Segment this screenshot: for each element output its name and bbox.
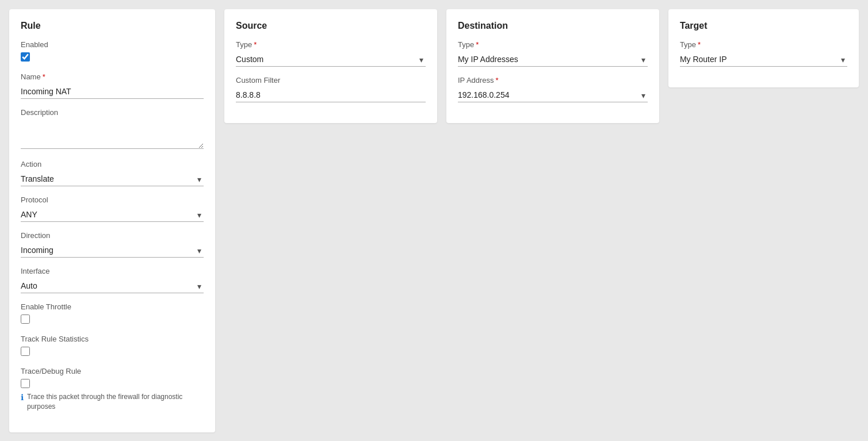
description-textarea[interactable]	[21, 120, 204, 149]
ip-address-select-wrapper: 192.168.0.254 192.168.0.1	[458, 88, 648, 102]
trace-debug-label: Trace/Debug Rule	[21, 367, 204, 375]
source-panel-title: Source	[236, 21, 426, 31]
trace-info-text: Trace this packet through the firewall f…	[27, 392, 204, 412]
protocol-group: Protocol ANY TCP UDP ICMP	[21, 195, 204, 222]
interface-select-wrapper: Auto WAN LAN	[21, 279, 204, 293]
name-required-star: *	[43, 72, 45, 81]
direction-select-wrapper: Incoming Outgoing	[21, 243, 204, 258]
action-group: Action Translate No Translate Drop	[21, 160, 204, 186]
destination-panel-title: Destination	[458, 21, 648, 31]
enable-throttle-label: Enable Throttle	[21, 302, 204, 311]
custom-filter-input[interactable]	[236, 88, 426, 102]
enable-throttle-checkbox[interactable]	[21, 315, 30, 324]
source-type-select-wrapper: Custom My IP Addresses Any	[236, 52, 426, 67]
ip-address-label: IP Address *	[458, 76, 648, 85]
target-type-required-star: *	[698, 40, 701, 49]
rule-panel-title: Rule	[21, 21, 204, 31]
trace-info-row: ℹ Trace this packet through the firewall…	[21, 392, 204, 412]
protocol-label: Protocol	[21, 195, 204, 204]
enabled-checkbox[interactable]	[21, 52, 30, 62]
trace-debug-group: Trace/Debug Rule ℹ Trace this packet thr…	[21, 367, 204, 412]
destination-type-label: Type *	[458, 40, 648, 49]
source-type-required-star: *	[254, 40, 257, 49]
enabled-label: Enabled	[21, 40, 204, 49]
destination-type-select[interactable]: My IP Addresses Custom Any	[458, 52, 648, 67]
target-type-select-wrapper: My Router IP Custom Any	[680, 52, 847, 67]
source-type-label: Type *	[236, 40, 426, 49]
rule-panel: Rule Enabled Name * Description Action T…	[9, 9, 215, 432]
direction-label: Direction	[21, 231, 204, 240]
track-stats-label: Track Rule Statistics	[21, 335, 204, 343]
description-group: Description	[21, 108, 204, 151]
destination-type-group: Type * My IP Addresses Custom Any	[458, 40, 648, 67]
target-type-group: Type * My Router IP Custom Any	[680, 40, 847, 67]
name-label: Name *	[21, 72, 204, 81]
target-panel: Target Type * My Router IP Custom Any	[668, 9, 859, 87]
direction-group: Direction Incoming Outgoing	[21, 231, 204, 258]
ip-address-required-star: *	[496, 76, 499, 85]
target-panel-title: Target	[680, 21, 847, 31]
protocol-select-wrapper: ANY TCP UDP ICMP	[21, 208, 204, 222]
direction-select[interactable]: Incoming Outgoing	[21, 243, 204, 258]
track-stats-group: Track Rule Statistics	[21, 335, 204, 358]
target-type-select[interactable]: My Router IP Custom Any	[680, 52, 847, 67]
trace-debug-checkbox[interactable]	[21, 379, 30, 388]
description-label: Description	[21, 108, 204, 117]
interface-select[interactable]: Auto WAN LAN	[21, 279, 204, 293]
interface-group: Interface Auto WAN LAN	[21, 267, 204, 293]
destination-type-required-star: *	[476, 40, 479, 49]
name-input[interactable]	[21, 85, 204, 99]
source-type-select[interactable]: Custom My IP Addresses Any	[236, 52, 426, 67]
destination-panel: Destination Type * My IP Addresses Custo…	[446, 9, 659, 123]
enable-throttle-group: Enable Throttle	[21, 302, 204, 325]
interface-label: Interface	[21, 267, 204, 275]
ip-address-group: IP Address * 192.168.0.254 192.168.0.1	[458, 76, 648, 102]
action-label: Action	[21, 160, 204, 168]
enabled-group: Enabled	[21, 40, 204, 63]
source-type-group: Type * Custom My IP Addresses Any	[236, 40, 426, 67]
action-select-wrapper: Translate No Translate Drop	[21, 172, 204, 186]
ip-address-select[interactable]: 192.168.0.254 192.168.0.1	[458, 88, 648, 102]
protocol-select[interactable]: ANY TCP UDP ICMP	[21, 208, 204, 222]
info-icon: ℹ	[21, 393, 24, 402]
action-select[interactable]: Translate No Translate Drop	[21, 172, 204, 186]
source-panel: Source Type * Custom My IP Addresses Any…	[224, 9, 437, 123]
custom-filter-label: Custom Filter	[236, 76, 426, 85]
custom-filter-group: Custom Filter	[236, 76, 426, 102]
target-type-label: Type *	[680, 40, 847, 49]
track-stats-checkbox[interactable]	[21, 347, 30, 356]
name-group: Name *	[21, 72, 204, 99]
destination-type-select-wrapper: My IP Addresses Custom Any	[458, 52, 648, 67]
